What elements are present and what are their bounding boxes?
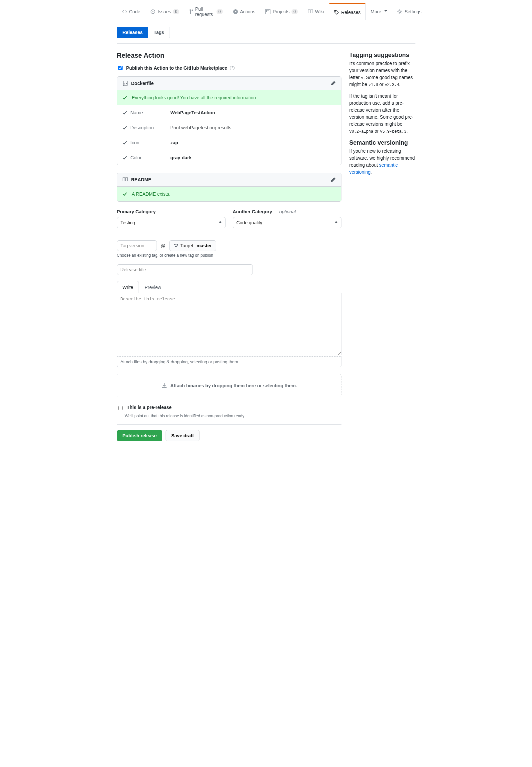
prerelease-checkbox[interactable]	[118, 406, 123, 410]
nav-issues[interactable]: Issues 0	[145, 3, 184, 20]
download-icon	[161, 382, 168, 389]
sidebar: Tagging suggestions It's common practice…	[349, 52, 415, 451]
nav-more-label: More	[371, 9, 381, 14]
nav-issues-count: 0	[173, 9, 179, 14]
readme-box: README A README exists.	[117, 173, 341, 202]
row-value: WebPageTestAction	[171, 110, 215, 115]
code-icon	[122, 9, 127, 14]
binaries-dropzone[interactable]: Attach binaries by dropping them here or…	[117, 374, 341, 397]
nav-issues-label: Issues	[158, 9, 171, 14]
check-icon	[123, 140, 127, 145]
main-column: Release Action Publish this Action to th…	[117, 52, 341, 451]
nav-projects[interactable]: Projects 0	[260, 3, 302, 20]
dockerfile-success: Everything looks good! You have all the …	[132, 95, 258, 100]
sidebar-heading-semver: Semantic versioning	[349, 139, 415, 146]
project-icon	[265, 9, 270, 14]
row-value: zap	[171, 140, 178, 145]
pencil-icon[interactable]	[330, 81, 336, 86]
release-description-textarea[interactable]	[117, 293, 341, 355]
sidebar-heading-tagging: Tagging suggestions	[349, 52, 415, 59]
svg-rect-7	[123, 81, 127, 86]
svg-point-1	[152, 11, 153, 12]
publish-label: Publish this Action to the GitHub Market…	[126, 65, 228, 71]
nav-code-label: Code	[129, 9, 140, 14]
row-value: gray-dark	[171, 155, 192, 160]
another-category-label: Another Category — optional	[233, 209, 341, 214]
subnav-tags[interactable]: Tags	[148, 27, 170, 38]
tab-preview[interactable]: Preview	[139, 281, 167, 293]
nav-projects-label: Projects	[272, 9, 289, 14]
check-icon	[123, 125, 127, 130]
nav-releases[interactable]: Releases	[329, 3, 365, 20]
dockerfile-header: Dockerfile	[131, 81, 154, 86]
help-icon[interactable]: ?	[230, 66, 235, 70]
git-branch-icon	[174, 243, 178, 248]
attach-files-hint[interactable]: Attach files by dragging & dropping, sel…	[117, 356, 341, 367]
row-label: Name	[131, 110, 143, 115]
nav-projects-count: 0	[291, 9, 298, 14]
publish-release-button[interactable]: Publish release	[117, 430, 163, 441]
pencil-icon[interactable]	[330, 177, 336, 182]
nav-prs-label: Pull requests	[195, 6, 215, 17]
primary-category-select[interactable]: Testing	[117, 217, 226, 228]
publish-checkbox[interactable]	[118, 66, 123, 70]
svg-rect-5	[267, 10, 268, 11]
issue-icon	[150, 9, 156, 14]
nav-actions-label: Actions	[240, 9, 256, 14]
another-category-select[interactable]: Code quality	[233, 217, 341, 228]
nav-wiki-label: Wiki	[315, 9, 324, 14]
at-symbol: @	[161, 243, 166, 248]
sidebar-paragraph: If you're new to releasing software, we …	[349, 148, 415, 176]
readme-success: A README exists.	[132, 191, 171, 197]
release-title-input[interactable]	[117, 264, 253, 275]
nav-settings[interactable]: Settings	[392, 3, 426, 20]
book-icon	[308, 9, 313, 14]
nav-actions[interactable]: Actions	[228, 3, 261, 20]
nav-wiki[interactable]: Wiki	[303, 3, 329, 20]
tag-hint: Choose an existing tag, or create a new …	[117, 253, 341, 258]
check-icon	[123, 110, 127, 115]
prerelease-label: This is a pre-release	[127, 405, 172, 410]
subnav-releases[interactable]: Releases	[117, 27, 149, 38]
nav-more[interactable]: More	[366, 3, 392, 20]
tag-icon	[334, 10, 339, 15]
nav-code[interactable]: Code	[117, 3, 145, 20]
check-icon	[123, 155, 127, 160]
gear-icon	[397, 9, 402, 14]
dockerfile-box: Dockerfile Everything looks good! You ha…	[117, 76, 341, 165]
git-pull-request-icon	[189, 9, 193, 14]
tab-write[interactable]: Write	[117, 281, 139, 293]
prerelease-note: We'll point out that this release is ide…	[125, 414, 341, 418]
row-label: Color	[131, 155, 142, 160]
svg-point-6	[399, 11, 401, 13]
nav-prs-count: 0	[217, 9, 223, 14]
releases-subnav: Releases Tags	[117, 27, 415, 38]
svg-rect-4	[266, 10, 267, 12]
divider	[117, 424, 341, 425]
file-code-icon	[123, 81, 128, 86]
page-title: Release Action	[117, 52, 341, 59]
check-icon	[123, 95, 127, 100]
sidebar-paragraph: It's common practice to prefix your vers…	[349, 60, 415, 88]
book-icon	[123, 177, 128, 182]
row-label: Description	[131, 125, 154, 130]
nav-pull-requests[interactable]: Pull requests 0	[184, 3, 228, 20]
primary-category-label: Primary Category	[117, 209, 226, 214]
row-value: Print webPagetest.org results	[171, 125, 232, 130]
nav-releases-label: Releases	[341, 10, 360, 15]
repo-nav: Code Issues 0 Pull requests 0 Actions Pr…	[117, 0, 415, 20]
save-draft-button[interactable]: Save draft	[166, 430, 200, 441]
check-icon	[123, 192, 127, 196]
row-label: Icon	[131, 140, 139, 145]
divider	[117, 43, 415, 44]
tag-version-input[interactable]	[117, 240, 157, 251]
target-branch-button[interactable]: Target: master	[169, 240, 216, 251]
readme-header: README	[131, 177, 152, 182]
nav-settings-label: Settings	[404, 9, 421, 14]
play-icon	[233, 9, 238, 14]
sidebar-paragraph: If the tag isn't meant for production us…	[349, 93, 415, 135]
